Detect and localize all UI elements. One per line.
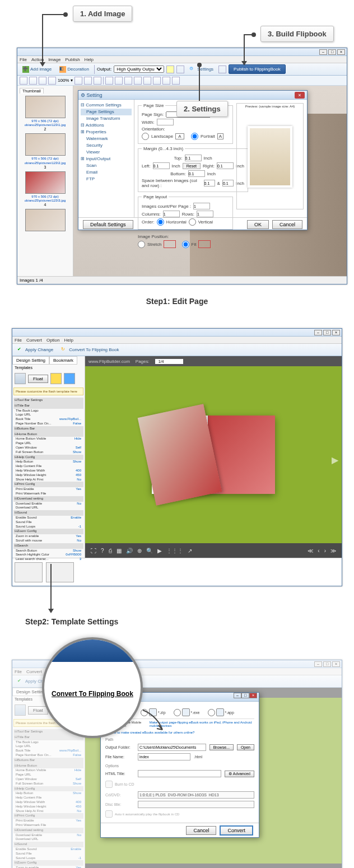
prop-value[interactable]: 450 [76,473,81,478]
default-settings-button[interactable]: Default Settings [83,220,133,229]
prop-value[interactable]: 400 [76,800,81,805]
tool-icon[interactable] [84,77,92,85]
menu-convert[interactable]: Convert [26,338,42,343]
advanced-button[interactable]: ⚙ Advanced [225,771,254,777]
zoom-value[interactable]: 100% [58,78,69,83]
vertical-radio[interactable] [189,218,196,226]
prop-header[interactable]: ⊟Title Bar [13,735,83,740]
prop-row[interactable]: Page Number Box On...False [13,753,83,758]
prop-row[interactable]: Least search charac...3 [13,557,83,562]
properties-grid[interactable]: ⊟Tool Bar Settings⊟Title BarThe Book Log… [12,728,85,868]
search-icon[interactable]: 🔍 [146,548,153,554]
prop-row[interactable]: Help Window Width400 [13,469,83,473]
template-action-icon[interactable] [64,373,75,384]
prop-row[interactable]: Full Screen ButtonShow [13,450,83,455]
prop-value[interactable]: Yes [76,866,81,868]
tool-icon[interactable] [153,77,161,85]
maximize-button[interactable]: □ [323,661,331,667]
grid-icon[interactable]: ⋮⋮⋮ [166,548,183,554]
prop-row[interactable]: Help Content File [13,796,83,800]
tree-node[interactable]: FTP [81,176,132,183]
prop-row[interactable]: Zoom in enableYes [13,866,83,868]
horizontal-radio[interactable] [157,218,164,226]
tool-icon[interactable] [94,77,101,85]
prop-row[interactable]: Open WindowSelf [13,446,83,450]
page-thumbnail[interactable] [15,562,43,582]
maximize-button[interactable]: □ [328,49,336,55]
convert-confirm-button[interactable]: Convert [220,825,253,836]
reset-button[interactable]: Reset [183,163,201,169]
prop-row[interactable]: Show Help At FirstNo [13,478,83,482]
publish-button[interactable]: Publish to FlippingBook [229,64,286,74]
cancel-button[interactable]: Cancel [186,826,216,835]
tool-icon[interactable] [74,77,82,85]
prop-row[interactable]: Help ButtonShow [13,460,83,464]
browse-button[interactable]: Browse... [209,744,234,750]
prop-value[interactable]: Enable [71,516,81,520]
prop-value[interactable]: Show [73,549,81,553]
prop-header[interactable]: ⊟Zoom Config [13,529,83,534]
add-image-button[interactable]: ➕Add image [20,64,54,74]
tree-node[interactable]: Security [81,142,132,149]
prop-value[interactable]: Show [73,460,81,464]
close-button[interactable]: × [337,49,345,55]
apply-change-button[interactable]: ✔Apply Change [15,345,56,355]
prop-row[interactable]: Page Number Box On...False [13,422,83,426]
prop-row[interactable]: Book Titlewww.FlipBuil... [13,749,83,753]
prop-header[interactable]: ⊟Title Bar [13,403,83,409]
output-select[interactable]: High Quality Output [114,66,164,73]
share-icon[interactable]: ↗ [188,548,192,554]
prop-value[interactable]: Self [76,446,81,450]
menu-file[interactable]: File [15,338,22,343]
prop-row[interactable]: Help ButtonShow [13,791,83,796]
dialog-close-button[interactable]: × [295,92,305,99]
tree-node[interactable]: Email [81,169,132,176]
tool-icon[interactable] [39,77,46,85]
filename-input[interactable] [138,753,190,760]
prop-row[interactable]: Page URL [13,773,83,777]
menu-option[interactable]: Option [46,338,60,343]
next-page-icon[interactable]: › [324,548,326,554]
prop-value[interactable]: 450 [76,805,81,809]
prop-row[interactable]: Zoom in enableYes [13,534,83,539]
tree-node[interactable]: ⊟ Additions [81,122,132,129]
prop-header[interactable]: ⊟Help Config [13,455,83,460]
prop-header[interactable]: ⊟Home Button [13,432,83,437]
prop-value[interactable]: -1 [78,525,81,529]
minimize-button[interactable]: – [314,661,322,667]
menu-convert[interactable]: Convert [26,669,42,674]
prop-row[interactable]: Home Button VisibleHide [13,437,83,441]
menu-file[interactable]: File [20,57,27,62]
tool-icon[interactable] [143,77,151,85]
tree-node-selected[interactable]: Page Settings [81,109,132,115]
output-folder-input[interactable] [138,744,206,751]
print-icon[interactable]: ⎙ [109,548,112,554]
space-row-input[interactable] [222,180,234,186]
tool-icon[interactable] [176,66,184,73]
prop-row[interactable]: Sound File [13,520,83,525]
prop-header[interactable]: ⊟Search [13,543,83,549]
prop-row[interactable]: Show Help At FirstNo [13,809,83,814]
tool-icon[interactable] [134,77,142,85]
tree-node[interactable]: Viewer [81,149,132,156]
menu-help[interactable]: Help [85,57,94,62]
prop-row[interactable]: Book Titlewww.FlipBuil... [13,417,83,422]
template-icon[interactable] [15,704,26,716]
prop-value[interactable]: Show [73,450,81,455]
tree-node[interactable]: ⊞ Properties [81,129,132,136]
prop-header[interactable]: ⊟Tool Bar Settings [13,398,83,403]
prop-value[interactable]: Show [73,782,81,786]
prop-value[interactable]: Yes [76,487,81,492]
thumbnails-icon[interactable]: ▦ [117,548,122,554]
prop-row[interactable]: Download URL [13,837,83,842]
prop-row[interactable]: Full Screen ButtonShow [13,782,83,786]
prop-row[interactable]: Download EnableNo [13,502,83,506]
prop-header[interactable]: ⊟Buttons Bar [13,426,83,432]
tool-icon[interactable] [20,77,27,85]
prop-header[interactable]: ⊟Help Config [13,786,83,792]
prop-header[interactable]: ⊟Zoom Config [13,860,83,866]
prop-value[interactable]: False [73,753,81,758]
thumbnail-tab[interactable]: Thumbnail [20,88,44,94]
prop-value[interactable]: False [73,422,81,426]
prop-row[interactable]: Download EnableNo [13,833,83,838]
